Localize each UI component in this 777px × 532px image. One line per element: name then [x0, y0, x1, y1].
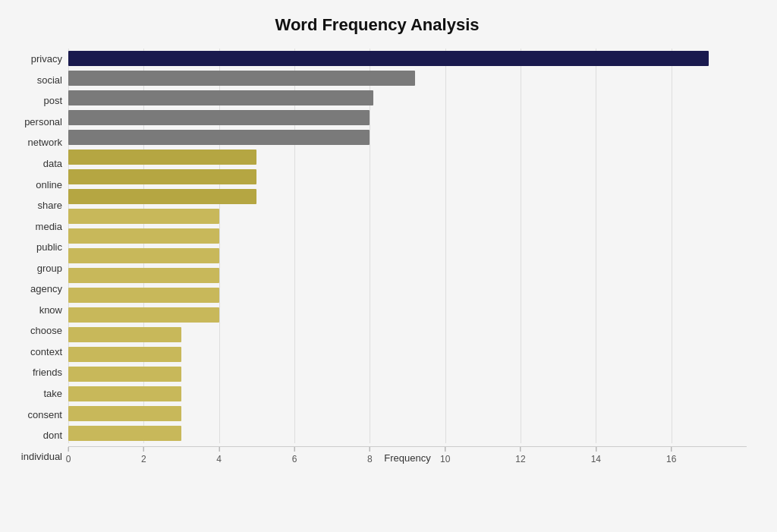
bar-media [68, 209, 219, 224]
bar-know [68, 288, 219, 303]
x-axis-title: Frequency [68, 452, 747, 464]
bar-row-media [68, 206, 747, 226]
y-label-media: media [36, 216, 62, 236]
y-label-friends: friends [33, 363, 62, 382]
x-tick-line-8 [370, 447, 370, 452]
y-label-social: social [37, 70, 62, 90]
y-label-choose: choose [30, 321, 62, 341]
x-tick-line-6 [294, 447, 294, 452]
bar-consent [68, 386, 181, 401]
bar-row-social [68, 68, 747, 88]
y-axis-labels: privacysocialpostpersonalnetworkdataonli… [8, 49, 68, 467]
y-label-individual: individual [21, 446, 62, 466]
bar-group [68, 248, 219, 263]
bar-social [68, 71, 415, 86]
y-label-agency: agency [30, 279, 62, 299]
y-label-know: know [39, 300, 62, 320]
y-label-network: network [27, 133, 62, 153]
bar-friends [68, 347, 181, 362]
bar-public [68, 228, 219, 244]
bar-row-take [68, 364, 747, 384]
bar-row-post [68, 88, 747, 108]
bar-choose [68, 307, 219, 323]
bar-row-agency [68, 266, 747, 285]
y-label-take: take [43, 384, 62, 404]
bar-row-public [68, 226, 747, 246]
bar-row-context [68, 325, 747, 345]
bar-row-online [68, 167, 747, 187]
bar-data [68, 150, 256, 165]
x-tick-line-0 [68, 447, 69, 452]
bar-row-choose [68, 305, 747, 325]
x-tick-line-4 [219, 447, 219, 452]
chart-area: privacysocialpostpersonalnetworkdataonli… [8, 49, 747, 467]
bars-and-x: 0246810121416 Frequency [68, 49, 747, 467]
y-label-privacy: privacy [31, 49, 62, 69]
y-label-group: group [37, 258, 62, 278]
y-label-share: share [37, 196, 62, 216]
bar-row-share [68, 187, 747, 206]
bar-row-know [68, 285, 747, 305]
y-label-data: data [43, 154, 62, 174]
y-label-post: post [43, 91, 62, 111]
y-label-dont: dont [43, 426, 62, 445]
bar-individual [68, 426, 181, 441]
bar-row-group [68, 246, 747, 266]
x-tick-line-16 [671, 447, 672, 452]
bar-row-privacy [68, 49, 747, 68]
bar-context [68, 327, 181, 342]
chart-title: Word Frequency Analysis [8, 15, 747, 35]
bar-row-data [68, 147, 747, 167]
x-axis: 0246810121416 Frequency [68, 446, 747, 467]
bar-agency [68, 268, 219, 283]
bar-row-individual [68, 423, 747, 443]
bar-row-network [68, 127, 747, 147]
x-tick-line-14 [596, 447, 596, 452]
bar-take [68, 367, 181, 382]
bar-share [68, 189, 256, 204]
x-tick-line-2 [143, 447, 144, 452]
bar-dont [68, 406, 181, 421]
bar-personal [68, 110, 370, 125]
y-label-context: context [30, 342, 62, 361]
bar-online [68, 169, 256, 184]
y-label-online: online [36, 175, 62, 194]
x-tick-line-12 [520, 447, 521, 452]
y-label-consent: consent [27, 405, 62, 424]
bar-privacy [68, 51, 709, 66]
bar-row-personal [68, 108, 747, 127]
y-label-public: public [36, 238, 62, 257]
bar-network [68, 130, 370, 145]
chart-container: Word Frequency Analysis privacysocialpos… [0, 0, 777, 532]
bars-wrapper [68, 49, 747, 443]
bar-row-friends [68, 345, 747, 364]
bar-row-dont [68, 404, 747, 423]
y-label-personal: personal [24, 112, 62, 131]
bar-post [68, 90, 373, 105]
bar-row-consent [68, 384, 747, 404]
x-tick-line-10 [445, 447, 445, 452]
